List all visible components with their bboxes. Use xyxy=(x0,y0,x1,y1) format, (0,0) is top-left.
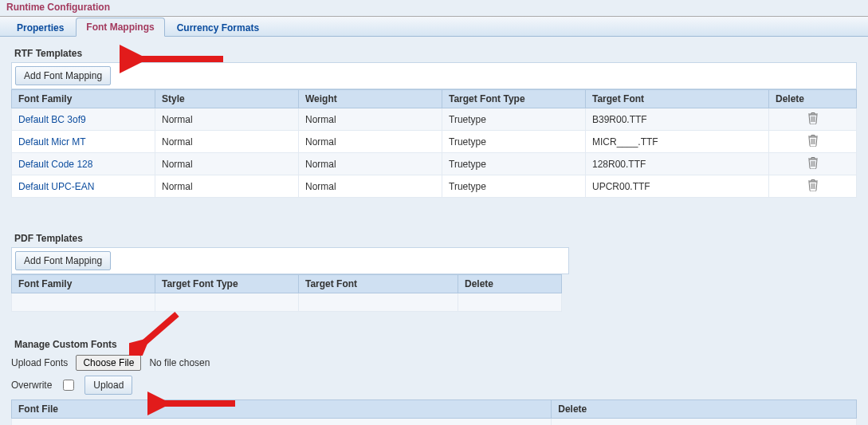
font-family-link[interactable]: Default BC 3of9 xyxy=(18,114,86,125)
upload-fonts-label: Upload Fonts xyxy=(11,357,68,368)
pdf-table: Font Family Target Font Type Target Font… xyxy=(11,274,562,312)
rtf-table: Font Family Style Weight Target Font Typ… xyxy=(11,89,857,198)
table-row: Default BC 3of9NormalNormalTruetypeB39R0… xyxy=(12,108,857,131)
trash-icon[interactable] xyxy=(807,179,819,194)
overwrite-label: Overwrite xyxy=(11,380,52,391)
add-font-mapping-button-rtf[interactable]: Add Font Mapping xyxy=(15,66,111,85)
cell-target-font: MICR____.TTF xyxy=(586,131,769,153)
tab-bar: Properties Font Mappings Currency Format… xyxy=(0,17,868,37)
col-target-font-type: Target Font Type xyxy=(442,90,586,108)
col-style: Style xyxy=(155,90,299,108)
overwrite-checkbox[interactable] xyxy=(63,380,74,391)
pdf-section-title: PDF Templates xyxy=(14,233,857,244)
trash-icon[interactable] xyxy=(807,134,819,149)
cell-weight: Normal xyxy=(299,175,442,198)
cell-target-font: UPCR00.TTF xyxy=(586,175,769,198)
cell-weight: Normal xyxy=(299,108,442,131)
fontfile-col-file: Font File xyxy=(12,400,552,419)
cell-target-font-type: Truetype xyxy=(442,131,586,153)
cell-target-font: B39R00.TTF xyxy=(586,108,769,131)
cell-style: Normal xyxy=(155,108,299,131)
col-font-family: Font Family xyxy=(12,90,155,108)
cell-target-font-type: Truetype xyxy=(442,175,586,198)
col-delete: Delete xyxy=(769,90,857,108)
rtf-section-title: RTF Templates xyxy=(14,48,857,59)
choose-file-button[interactable]: Choose File xyxy=(76,355,141,371)
pdf-col-delete: Delete xyxy=(458,275,562,293)
content-area: RTF Templates Add Font Mapping Font Fami… xyxy=(0,37,868,425)
page-title: Runtime Configuration xyxy=(0,0,868,17)
font-family-link[interactable]: Default Code 128 xyxy=(18,159,92,170)
cell-style: Normal xyxy=(155,153,299,175)
cell-target-font-type: Truetype xyxy=(442,108,586,131)
cell-target-font-type: Truetype xyxy=(442,153,586,175)
trash-icon[interactable] xyxy=(807,156,819,171)
font-family-link[interactable]: Default UPC-EAN xyxy=(18,181,94,192)
tab-properties[interactable]: Properties xyxy=(6,18,74,37)
cell-style: Normal xyxy=(155,131,299,153)
upload-fonts-row: Upload Fonts Choose File No file chosen xyxy=(11,355,857,371)
pdf-col-font-family: Font Family xyxy=(12,275,155,293)
pdf-add-panel: Add Font Mapping xyxy=(11,247,569,274)
custom-fonts-title: Manage Custom Fonts xyxy=(14,339,857,350)
font-file-table: Font File Delete xyxy=(11,399,857,425)
tab-currency-formats[interactable]: Currency Formats xyxy=(167,18,269,37)
table-row: Default Code 128NormalNormalTruetype128R… xyxy=(12,153,857,175)
table-row: Default Micr MTNormalNormalTruetypeMICR_… xyxy=(12,131,857,153)
pdf-col-target-font: Target Font xyxy=(299,275,458,293)
table-row: Default UPC-EANNormalNormalTruetypeUPCR0… xyxy=(12,175,857,198)
tab-font-mappings[interactable]: Font Mappings xyxy=(76,18,164,37)
fontfile-col-delete: Delete xyxy=(552,400,857,419)
rtf-add-panel: Add Font Mapping xyxy=(11,62,857,89)
col-target-font: Target Font xyxy=(586,90,769,108)
trash-icon[interactable] xyxy=(807,112,819,127)
cell-weight: Normal xyxy=(299,131,442,153)
no-file-chosen-text: No file chosen xyxy=(149,357,210,368)
add-font-mapping-button-pdf[interactable]: Add Font Mapping xyxy=(15,251,111,270)
upload-button[interactable]: Upload xyxy=(84,376,132,395)
pdf-col-target-font-type: Target Font Type xyxy=(155,275,299,293)
cell-target-font: 128R00.TTF xyxy=(586,153,769,175)
col-weight: Weight xyxy=(299,90,442,108)
cell-weight: Normal xyxy=(299,153,442,175)
font-family-link[interactable]: Default Micr MT xyxy=(18,136,86,148)
overwrite-row: Overwrite Upload xyxy=(11,376,857,395)
cell-style: Normal xyxy=(155,175,299,198)
